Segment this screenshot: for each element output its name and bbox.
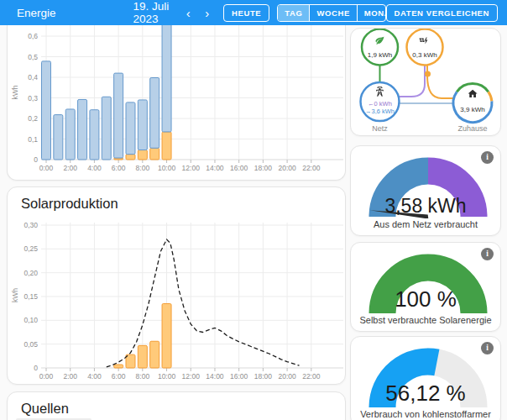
gauge-label: Verbrauch von kohlenstoffarmer Energie xyxy=(351,409,500,420)
energy-usage-graph-card: 00,10,20,30,40,50,60:002:004:006:008:001… xyxy=(7,25,346,181)
svg-text:0,05: 0,05 xyxy=(24,340,38,349)
svg-text:20:00: 20:00 xyxy=(278,164,296,172)
svg-text:12:00: 12:00 xyxy=(182,372,201,381)
svg-text:0: 0 xyxy=(34,155,38,164)
svg-text:8:00: 8:00 xyxy=(136,164,150,172)
svg-text:16:00: 16:00 xyxy=(230,372,248,381)
svg-text:kWh: kWh xyxy=(11,288,19,302)
svg-text:2:00: 2:00 xyxy=(63,164,77,172)
grid-node-label: Netz xyxy=(372,124,388,133)
svg-text:0:00: 0:00 xyxy=(39,164,54,172)
app-header: Energie 19. Juli 2023 ‹ › HEUTE TAG WOCH… xyxy=(0,0,507,25)
info-icon[interactable]: i xyxy=(481,342,494,354)
svg-text:0: 0 xyxy=(34,364,38,372)
svg-text:14:00: 14:00 xyxy=(206,164,224,172)
compare-data-button[interactable]: DATEN VERGLEICHEN xyxy=(386,4,498,22)
energy-distribution-diagram: 1,9 kWh 0,3 kWh ←0 kWh →3,6 kWh Netz 3,9… xyxy=(351,29,501,136)
low-carbon-consumption-gauge-card: i 56,12 % Verbrauch von kohlenstoffarmer… xyxy=(350,336,501,420)
solar-to-home-flow-line xyxy=(427,66,453,98)
chevron-right-icon[interactable]: › xyxy=(201,3,214,22)
solar-node xyxy=(407,29,443,66)
svg-text:6:00: 6:00 xyxy=(112,372,126,381)
solar-flow-dot xyxy=(425,71,431,77)
gauge-value: 56,12 % xyxy=(351,381,500,407)
svg-text:16:00: 16:00 xyxy=(230,164,248,172)
svg-text:kWh: kWh xyxy=(11,85,19,99)
svg-text:0,25: 0,25 xyxy=(24,244,38,253)
grid-consumption-value: →3,6 kWh xyxy=(365,108,395,115)
svg-text:18:00: 18:00 xyxy=(254,164,273,172)
sources-card: Quellen xyxy=(7,391,346,420)
svg-text:0,10: 0,10 xyxy=(24,316,38,324)
svg-text:0,4: 0,4 xyxy=(28,73,38,81)
period-tab-group: TAG WOCHE MONAT JAHR xyxy=(277,4,385,22)
date-label: 19. Juli 2023 xyxy=(133,0,175,25)
gauge-label: Selbst verbrauchte Solarenergie xyxy=(351,315,500,325)
solar-card-title: Solarproduktion xyxy=(21,196,118,212)
svg-text:6:00: 6:00 xyxy=(112,164,126,172)
tab-tag[interactable]: TAG xyxy=(278,5,309,21)
svg-text:0,1: 0,1 xyxy=(28,135,38,144)
svg-text:20:00: 20:00 xyxy=(278,372,296,381)
sources-card-title: Quellen xyxy=(21,401,69,417)
svg-text:0,5: 0,5 xyxy=(28,53,38,61)
svg-text:4:00: 4:00 xyxy=(87,164,102,172)
self-consumed-solar-gauge-card: i 100 % Selbst verbrauchte Solarenergie xyxy=(350,242,501,332)
svg-text:0,15: 0,15 xyxy=(24,292,38,301)
home-node-label: Zuhause xyxy=(457,124,487,133)
low-carbon-value: 1,9 kWh xyxy=(368,51,392,59)
gauge-value: 100 % xyxy=(351,286,500,312)
today-button[interactable]: HEUTE xyxy=(223,4,269,22)
svg-text:0:00: 0:00 xyxy=(39,372,54,381)
solar-production-chart[interactable]: 00,050,100,150,200,250,300:002:004:006:0… xyxy=(8,216,346,384)
svg-text:8:00: 8:00 xyxy=(136,372,150,381)
grid-consumed-gauge-card: i 3,58 kWh Aus dem Netz verbraucht xyxy=(350,145,501,236)
chevron-left-icon[interactable]: ‹ xyxy=(182,3,195,22)
energy-distribution-card: 1,9 kWh 0,3 kWh ←0 kWh →3,6 kWh Netz 3,9… xyxy=(350,28,501,136)
svg-text:0,6: 0,6 xyxy=(28,32,38,40)
svg-text:4:00: 4:00 xyxy=(87,372,102,381)
energy-usage-chart[interactable]: 00,10,20,30,40,50,60:002:004:006:008:001… xyxy=(8,25,346,179)
svg-text:22:00: 22:00 xyxy=(302,164,321,172)
svg-text:0,2: 0,2 xyxy=(28,114,38,123)
info-icon[interactable]: i xyxy=(481,248,494,260)
solar-to-grid-flow-line xyxy=(400,66,426,97)
solar-value: 0,3 kWh xyxy=(412,51,436,59)
low-carbon-node xyxy=(362,29,398,66)
svg-text:22:00: 22:00 xyxy=(302,372,321,381)
page-title: Energie xyxy=(17,7,56,19)
svg-text:10:00: 10:00 xyxy=(158,164,176,172)
home-value: 3,9 kWh xyxy=(460,106,484,113)
svg-text:10:00: 10:00 xyxy=(158,372,176,381)
svg-text:2:00: 2:00 xyxy=(63,372,77,381)
tab-monat[interactable]: MONAT xyxy=(357,5,386,21)
grid-return-value: ←0 kWh xyxy=(368,100,392,108)
svg-text:18:00: 18:00 xyxy=(254,372,273,381)
solar-production-card: Solarproduktion 00,050,100,150,200,250,3… xyxy=(7,186,346,385)
gauge-label: Aus dem Netz verbraucht xyxy=(351,219,500,229)
svg-text:0,20: 0,20 xyxy=(24,269,38,277)
svg-text:12:00: 12:00 xyxy=(182,164,201,172)
gauge-value: 3,58 kWh xyxy=(351,195,500,218)
svg-text:14:00: 14:00 xyxy=(206,372,224,381)
info-icon[interactable]: i xyxy=(481,151,494,164)
svg-text:0,30: 0,30 xyxy=(24,221,38,229)
tab-woche[interactable]: WOCHE xyxy=(309,5,356,21)
svg-text:0,3: 0,3 xyxy=(28,94,38,102)
